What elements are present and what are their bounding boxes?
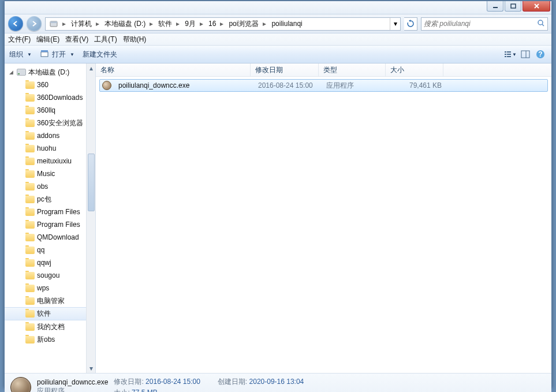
breadcrumb-item[interactable]: 16 bbox=[205, 18, 218, 30]
new-folder-button[interactable]: 新建文件夹 bbox=[83, 50, 117, 59]
chevron-right-icon[interactable]: ▸ bbox=[174, 20, 181, 28]
tree-folder[interactable]: Music bbox=[5, 167, 95, 180]
tree-folder[interactable]: huohu bbox=[5, 142, 95, 155]
tree-folder[interactable]: 360Downloads bbox=[5, 91, 95, 104]
details-created-label: 创建日期: bbox=[218, 378, 247, 386]
view-options-button[interactable]: ▼ bbox=[504, 48, 517, 61]
breadcrumb-item[interactable]: 9月 bbox=[181, 18, 198, 30]
folder-icon bbox=[25, 323, 35, 331]
tree-folder[interactable]: 新obs bbox=[5, 333, 95, 346]
tree-folder[interactable]: 360安全浏览器 bbox=[5, 117, 95, 129]
tree-folder[interactable]: meituxiuxiu bbox=[5, 155, 95, 167]
folder-icon bbox=[25, 336, 35, 344]
tree-folder[interactable]: 软件 bbox=[5, 307, 95, 320]
tree-label: qq bbox=[37, 246, 44, 254]
tree-label: 电脑管家 bbox=[37, 296, 65, 306]
tree-label: sougou bbox=[37, 271, 59, 279]
svg-rect-8 bbox=[505, 51, 506, 53]
navigation-tree: ◢本地磁盘 (D:)360360Downloads360llq360安全浏览器a… bbox=[5, 64, 96, 373]
tree-folder[interactable]: qq bbox=[5, 244, 95, 256]
menu-edit[interactable]: 编辑(E) bbox=[36, 35, 59, 44]
breadcrumb[interactable]: ▸ 计算机▸ 本地磁盘 (D:)▸ 软件▸ 9月▸ 16▸ poi浏览器▸ po… bbox=[45, 17, 401, 31]
tree-folder[interactable]: QMDownload bbox=[5, 231, 95, 244]
help-button[interactable]: ? bbox=[534, 48, 547, 61]
svg-rect-6 bbox=[41, 52, 48, 57]
chevron-right-icon[interactable]: ▸ bbox=[148, 20, 155, 28]
tree-folder[interactable]: Program Files bbox=[5, 206, 95, 218]
tree-label: 360安全浏览器 bbox=[37, 118, 83, 128]
chevron-right-icon[interactable]: ▸ bbox=[261, 20, 268, 28]
refresh-button[interactable] bbox=[404, 17, 417, 31]
titlebar bbox=[5, 1, 551, 14]
tree-folder[interactable]: wps bbox=[5, 282, 95, 294]
tree-folder[interactable]: 360llq bbox=[5, 104, 95, 117]
breadcrumb-root-icon[interactable] bbox=[46, 18, 61, 30]
chevron-right-icon[interactable]: ▸ bbox=[94, 20, 101, 28]
tree-folder[interactable]: 电脑管家 bbox=[5, 294, 95, 307]
svg-rect-3 bbox=[50, 21, 57, 23]
chevron-right-icon[interactable]: ▸ bbox=[198, 20, 205, 28]
close-button[interactable] bbox=[523, 1, 550, 12]
details-filename: poiliulanqi_downcc.exe bbox=[37, 378, 108, 386]
svg-point-4 bbox=[538, 20, 543, 25]
file-row[interactable]: poiliulanqi_downcc.exe 2016-08-24 15:00 … bbox=[99, 79, 548, 92]
details-modified-label: 修改日期: bbox=[114, 378, 143, 386]
chevron-right-icon[interactable]: ▸ bbox=[61, 20, 68, 28]
menu-view[interactable]: 查看(V) bbox=[65, 35, 88, 44]
tree-folder[interactable]: Program Files bbox=[5, 218, 95, 231]
tree-folder[interactable]: obs bbox=[5, 180, 95, 193]
menu-file[interactable]: 文件(F) bbox=[8, 35, 31, 44]
folder-icon bbox=[25, 94, 35, 102]
menu-tools[interactable]: 工具(T) bbox=[94, 35, 117, 44]
tree-folder[interactable]: addons bbox=[5, 129, 95, 142]
tree-drive[interactable]: ◢本地磁盘 (D:) bbox=[5, 66, 95, 79]
search-input[interactable] bbox=[424, 20, 537, 28]
explorer-window: ▸ 计算机▸ 本地磁盘 (D:)▸ 软件▸ 9月▸ 16▸ poi浏览器▸ po… bbox=[4, 1, 552, 388]
tree-label: Program Files bbox=[37, 221, 80, 229]
open-button[interactable]: 打开▼ bbox=[40, 49, 74, 60]
folder-icon bbox=[25, 297, 35, 305]
col-modified[interactable]: 修改日期 bbox=[251, 64, 319, 76]
scroll-up-icon[interactable]: ▴ bbox=[87, 64, 96, 73]
tree-folder[interactable]: sougou bbox=[5, 269, 95, 282]
breadcrumb-item[interactable]: 本地磁盘 (D:) bbox=[101, 18, 148, 30]
collapse-icon[interactable]: ◢ bbox=[8, 69, 14, 76]
preview-pane-button[interactable] bbox=[519, 48, 532, 61]
svg-rect-13 bbox=[507, 56, 511, 57]
scroll-down-icon[interactable]: ▾ bbox=[87, 364, 96, 373]
forward-button[interactable] bbox=[27, 16, 42, 31]
tree-label: 本地磁盘 (D:) bbox=[28, 68, 69, 77]
svg-text:?: ? bbox=[538, 50, 542, 58]
tree-folder[interactable]: qqwj bbox=[5, 256, 95, 269]
organize-button[interactable]: 组织▼ bbox=[9, 50, 32, 59]
col-name[interactable]: 名称 bbox=[96, 64, 251, 76]
tree-folder[interactable]: 我的文档 bbox=[5, 320, 95, 333]
search-box[interactable] bbox=[421, 17, 548, 31]
col-type[interactable]: 类型 bbox=[319, 64, 386, 76]
minimize-button[interactable] bbox=[487, 1, 503, 12]
tree-label: 我的文档 bbox=[37, 322, 65, 332]
file-size: 79,461 KB bbox=[389, 81, 446, 89]
file-type: 应用程序 bbox=[322, 81, 389, 91]
chevron-right-icon[interactable]: ▸ bbox=[218, 20, 225, 28]
folder-icon bbox=[25, 196, 35, 203]
svg-rect-10 bbox=[505, 54, 506, 55]
breadcrumb-item[interactable]: 计算机 bbox=[68, 18, 94, 30]
svg-rect-14 bbox=[521, 51, 529, 58]
search-icon[interactable] bbox=[537, 19, 545, 29]
back-button[interactable] bbox=[8, 16, 23, 31]
menu-help[interactable]: 帮助(H) bbox=[123, 35, 147, 44]
scroll-thumb[interactable] bbox=[88, 154, 95, 211]
breadcrumb-item[interactable]: 软件 bbox=[155, 18, 174, 30]
breadcrumb-item[interactable]: poi浏览器 bbox=[225, 18, 261, 30]
folder-icon bbox=[25, 107, 35, 114]
sidebar-scrollbar[interactable]: ▴ ▾ bbox=[86, 64, 95, 373]
tree-folder[interactable]: pc包 bbox=[5, 193, 95, 206]
col-size[interactable]: 大小 bbox=[386, 64, 443, 76]
tree-folder[interactable]: 360 bbox=[5, 79, 95, 91]
maximize-button[interactable] bbox=[505, 1, 521, 12]
breadcrumb-item[interactable]: poiliulanqi bbox=[268, 18, 304, 30]
file-pane: 名称 修改日期 类型 大小 poiliulanqi_downcc.exe 201… bbox=[96, 64, 551, 373]
command-bar: 组织▼ 打开▼ 新建文件夹 ▼ ? bbox=[5, 46, 551, 64]
breadcrumb-dropdown[interactable]: ▾ bbox=[390, 18, 400, 30]
